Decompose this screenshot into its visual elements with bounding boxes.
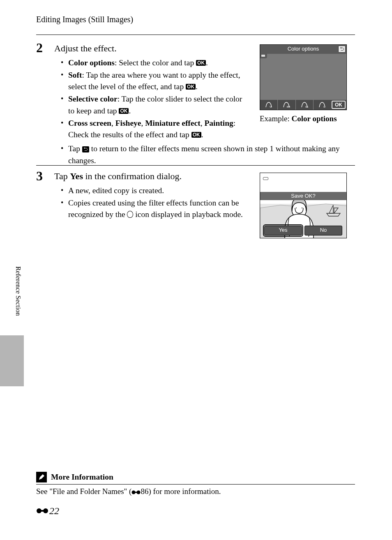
svg-point-7 — [296, 208, 297, 208]
reference-icon — [131, 487, 141, 496]
more-info-header: More Information — [36, 472, 355, 485]
figure1-bottom-bar: VI BW SE C OK — [260, 100, 346, 110]
more-info-title: More Information — [51, 473, 113, 482]
step-3-rule — [36, 165, 355, 166]
list-item: A new, edited copy is created. — [61, 185, 246, 196]
figure2-buttons: Yes No — [264, 226, 342, 235]
filter-option-icon: SE — [296, 100, 314, 110]
page-header: Editing Images (Still Images) — [36, 15, 133, 24]
svg-text:C: C — [323, 106, 325, 108]
svg-point-8 — [302, 208, 302, 208]
figure-color-options: Color options ⮌ VI BW SE C OK — [260, 44, 347, 110]
svg-text:SE: SE — [305, 106, 308, 108]
step-2-list: Color options: Select the color and tap … — [61, 57, 246, 141]
list-item: Copies created using the filter effects … — [61, 197, 246, 221]
svg-point-14 — [43, 508, 48, 513]
figure2-banner: Save OK? — [260, 192, 346, 200]
more-info-text: See "File and Folder Names" (86) for mor… — [36, 487, 355, 496]
svg-text:VI: VI — [270, 106, 272, 108]
ok-icon: OK — [119, 108, 129, 114]
back-icon: ⮌ — [82, 146, 89, 152]
ok-icon: OK — [196, 60, 206, 66]
side-thumb-tab — [0, 335, 24, 386]
reference-icon — [36, 506, 48, 517]
filter-option-icon: VI — [260, 100, 278, 110]
step-2-number: 2 — [36, 41, 43, 54]
ok-icon: OK — [186, 84, 196, 90]
filter-option-icon: C — [314, 100, 331, 110]
figure1-title-bar: Color options ⮌ — [260, 45, 346, 54]
step-3-number: 3 — [36, 169, 43, 182]
figure2-tab-icon — [263, 177, 268, 180]
list-item: Cross screen, Fisheye, Miniature effect,… — [61, 118, 246, 141]
header-rule — [36, 35, 355, 35]
no-button: No — [304, 226, 342, 235]
list-item: Tap ⮌ to return to the filter effects me… — [61, 143, 355, 166]
list-item: Color options: Select the color and tap … — [61, 57, 246, 69]
list-item: Selective color: Tap the color slider to… — [61, 93, 246, 117]
side-tab-label: Reference Section — [14, 266, 22, 316]
page-number: 22 — [36, 505, 59, 517]
ok-icon: OK — [191, 132, 201, 138]
figure1-back-icon: ⮌ — [338, 46, 346, 53]
filter-option-icon: BW — [278, 100, 295, 110]
step-2-list-wide: Tap ⮌ to return to the filter effects me… — [61, 143, 355, 166]
figure1-caption: Example: Color options — [260, 114, 347, 123]
figure-save-dialog: Save OK? Yes No — [260, 173, 347, 238]
step-3-list: A new, edited copy is created. Copies cr… — [61, 185, 246, 221]
svg-point-11 — [137, 491, 141, 494]
more-information-section: More Information See "File and Folder Na… — [36, 472, 355, 496]
figure1-side-tab — [260, 54, 267, 58]
note-icon — [36, 472, 47, 482]
figure1-ok-button: OK — [332, 101, 346, 109]
yes-button: Yes — [264, 226, 302, 235]
list-item: Soft: Tap the area where you want to app… — [61, 69, 246, 93]
filter-effects-icon — [127, 211, 133, 218]
svg-text:BW: BW — [287, 106, 290, 108]
